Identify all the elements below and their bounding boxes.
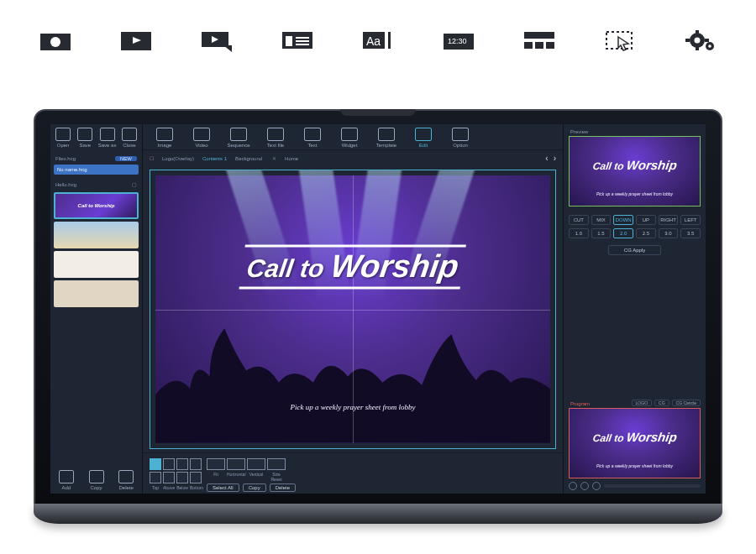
dur-4[interactable]: 2.5 [636, 228, 656, 238]
slide-thumb-2[interactable] [54, 222, 139, 248]
slide-thumb-4[interactable] [54, 280, 139, 307]
play-icon[interactable] [569, 482, 577, 490]
add-slide-button[interactable]: Add [54, 470, 79, 490]
file-ops: Open Save Save as Close [54, 128, 139, 148]
align-below[interactable] [176, 472, 188, 483]
svg-rect-11 [296, 40, 309, 42]
canvas-subtitle[interactable]: Pick up a weekly prayer sheet from lobby [291, 403, 416, 411]
vertical-button[interactable] [247, 458, 265, 470]
trans-cut[interactable]: CUT [569, 215, 589, 225]
dur-5[interactable]: 3.0 [659, 228, 679, 238]
tag-cg[interactable]: CG [654, 400, 669, 406]
file-row[interactable]: No name.hcg [54, 165, 139, 175]
save-as-button[interactable]: Save as [98, 128, 117, 148]
alignment-tools: TopAboveBelowBottom FitHorizontalVertica… [143, 452, 563, 494]
insert-image-button[interactable]: Image [150, 128, 180, 148]
align-above[interactable] [163, 472, 175, 483]
next-icon[interactable]: › [554, 154, 556, 163]
delete-slide-button[interactable]: Delete [113, 470, 139, 490]
svg-rect-9 [286, 36, 292, 46]
tab-logo[interactable]: Logo(Overlay) [162, 156, 194, 161]
delete-button[interactable]: Delete [270, 483, 296, 492]
svg-text:Aa: Aa [366, 34, 381, 48]
pause-icon[interactable] [580, 482, 589, 490]
tab-check-icon: ☐ [150, 155, 154, 161]
insert-template-button[interactable]: Template [371, 128, 402, 148]
new-file-button[interactable]: NEW [115, 156, 137, 161]
tag-cg-cancel[interactable]: CG Cancle [672, 400, 701, 406]
feature-icon-strip: Aa 12:30 [0, 0, 756, 94]
fit-button[interactable] [207, 458, 225, 470]
dur-2[interactable]: 1.5 [591, 228, 612, 238]
transition-type-row: CUT MIX DOWN UP RIGHT LEFT [569, 215, 701, 225]
right-panel: Preview Call to WorshipPick up a weekly … [563, 124, 706, 494]
insert-toolbar: Image Video Sequence Text file Text Widg… [143, 124, 563, 150]
canvas-title[interactable]: Call to Worship [244, 248, 460, 285]
tool-1[interactable] [150, 458, 161, 470]
copy-button[interactable]: Copy [243, 483, 266, 492]
program-monitor[interactable]: Call to WorshipPick up a weekly prayer s… [569, 408, 701, 478]
tool-4[interactable] [190, 458, 202, 470]
dur-1[interactable]: 1.0 [569, 228, 589, 238]
trans-left[interactable]: LEFT [680, 215, 701, 225]
trans-mix[interactable]: MIX [591, 215, 612, 225]
save-button[interactable]: Save [76, 128, 94, 148]
slide-thumbnails [54, 192, 139, 465]
open-button[interactable]: Open [54, 128, 72, 148]
insert-widget-button[interactable]: Widget [334, 128, 365, 148]
close-button[interactable]: Close [120, 128, 139, 148]
files-panel-title: Files.hcg [55, 156, 76, 161]
svg-rect-19 [524, 32, 554, 39]
app-screen: Open Save Save as Close Files.hcg NEW No… [50, 124, 706, 494]
insert-video-button[interactable]: Video [186, 128, 217, 148]
camera-icon [39, 29, 72, 52]
align-top[interactable] [150, 472, 161, 483]
slide-actions: Add Copy Delete [54, 465, 139, 490]
dur-6[interactable]: 3.5 [680, 228, 701, 238]
files-panel-header: Files.hcg NEW [54, 154, 139, 163]
svg-rect-15 [388, 32, 391, 49]
trans-down[interactable]: DOWN [613, 215, 633, 225]
hello-panel-title: Hello.hcg [55, 182, 76, 187]
size-reset-button[interactable] [267, 458, 286, 470]
svg-point-32 [708, 44, 711, 48]
tool-2[interactable] [163, 458, 175, 470]
cg-apply-button[interactable]: CG Apply [608, 245, 661, 255]
tool-3[interactable] [176, 458, 188, 470]
left-panel: Open Save Save as Close Files.hcg NEW No… [50, 124, 143, 494]
font-icon: Aa [361, 29, 395, 52]
svg-rect-20 [524, 42, 533, 49]
dur-3[interactable]: 2.0 [613, 228, 633, 238]
option-button[interactable]: Option [445, 128, 475, 148]
progress-track[interactable] [604, 484, 701, 488]
prev-icon[interactable]: ‹ [545, 154, 548, 163]
select-all-button[interactable]: Select All [207, 483, 239, 492]
svg-rect-28 [696, 46, 699, 50]
insert-sequence-button[interactable]: Sequence [223, 128, 254, 148]
tab-contents[interactable]: Contents 1 [202, 156, 227, 161]
tab-background[interactable]: Background [235, 156, 262, 161]
horizontal-button[interactable] [227, 458, 245, 470]
tab-close-icon[interactable]: ✕ [272, 155, 276, 161]
text-lines-icon [281, 29, 314, 52]
stop-icon[interactable] [592, 482, 601, 490]
svg-point-1 [50, 37, 60, 47]
canvas[interactable]: Call to Worship Pick up a weekly prayer … [150, 170, 556, 449]
copy-slide-button[interactable]: Copy [84, 470, 109, 490]
hello-panel-header: Hello.hcg ▢ [54, 180, 139, 189]
edit-button[interactable]: Edit [408, 128, 438, 148]
insert-text-button[interactable]: Text [297, 128, 328, 148]
align-bottom[interactable] [190, 472, 202, 483]
svg-rect-27 [696, 30, 699, 34]
svg-rect-10 [296, 37, 309, 39]
tab-home[interactable]: Home [285, 156, 298, 161]
svg-rect-30 [705, 39, 709, 42]
svg-text:12:30: 12:30 [448, 37, 467, 45]
slide-thumb-1[interactable] [54, 192, 139, 219]
slide-thumb-3[interactable] [54, 251, 139, 278]
tag-logo[interactable]: LOGO [632, 400, 652, 406]
preview-monitor[interactable]: Call to WorshipPick up a weekly prayer s… [569, 136, 701, 206]
trans-right[interactable]: RIGHT [659, 215, 679, 225]
trans-up[interactable]: UP [636, 215, 656, 225]
insert-textfile-button[interactable]: Text file [260, 128, 291, 148]
